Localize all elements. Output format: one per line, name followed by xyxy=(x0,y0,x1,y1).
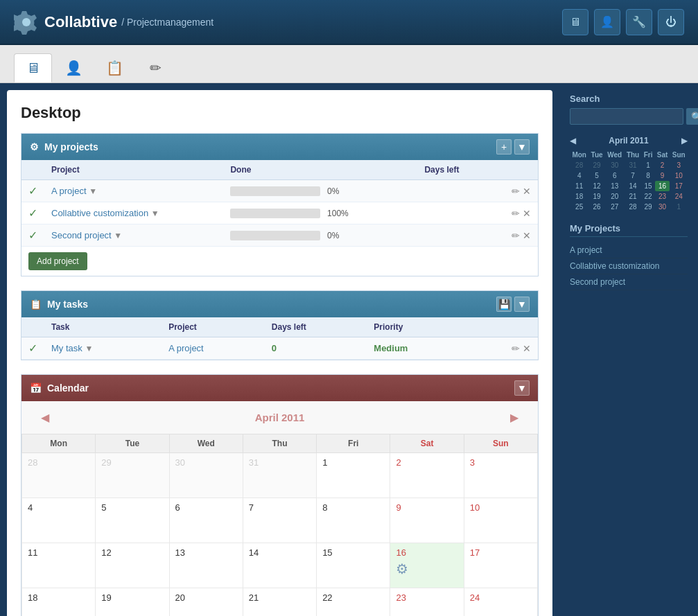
collapse-projects-btn[interactable]: ▼ xyxy=(514,139,530,155)
monitor-icon-btn[interactable]: 🖥 xyxy=(562,9,588,35)
sidebar-cal-day[interactable]: 10 xyxy=(670,170,688,181)
delete-icon[interactable]: ✕ xyxy=(523,208,531,219)
sidebar-cal-day[interactable]: 22 xyxy=(642,191,655,202)
cal-day-cell[interactable]: 9 xyxy=(390,498,464,543)
cal-day-cell[interactable]: 17 xyxy=(464,543,537,588)
delete-icon[interactable]: ✕ xyxy=(523,230,531,241)
sidebar-cal-day[interactable]: 16 xyxy=(655,181,670,191)
sidebar-cal-next[interactable]: ▶ xyxy=(681,136,688,146)
sidebar-cal-day[interactable]: 23 xyxy=(655,191,670,202)
project-link[interactable]: Collabtive customization xyxy=(51,208,148,218)
add-project-header-btn[interactable]: + xyxy=(496,139,512,155)
cal-day-cell[interactable]: 14 xyxy=(243,543,316,588)
sidebar-cal-day[interactable]: 17 xyxy=(670,181,688,191)
sidebar-cal-day[interactable]: 5 xyxy=(588,170,604,181)
sidebar-cal-day[interactable]: 15 xyxy=(642,181,655,191)
edit-icon[interactable]: ✏ xyxy=(512,230,520,241)
cal-day-cell[interactable]: 19 xyxy=(96,588,169,617)
cal-day-cell[interactable]: 30 xyxy=(169,453,243,498)
cal-day-cell[interactable]: 16⚙ xyxy=(390,543,464,588)
sidebar-cal-day[interactable]: 13 xyxy=(605,181,625,191)
task-link[interactable]: My task xyxy=(51,343,82,353)
tab-tasks[interactable]: 📋 xyxy=(96,53,134,82)
cal-day-cell[interactable]: 4 xyxy=(22,498,96,543)
cal-day-cell[interactable]: 20 xyxy=(169,588,243,617)
sidebar-cal-day[interactable]: 9 xyxy=(655,170,670,181)
project-link[interactable]: Second project xyxy=(51,230,112,240)
sidebar-cal-day[interactable]: 18 xyxy=(570,191,588,202)
task-delete-icon[interactable]: ✕ xyxy=(523,343,531,354)
search-button[interactable]: 🔍 xyxy=(686,108,698,125)
sidebar-cal-day[interactable]: 14 xyxy=(625,181,642,191)
collapse-calendar-btn[interactable]: ▼ xyxy=(514,380,530,396)
collapse-tasks-btn[interactable]: ▼ xyxy=(514,297,530,312)
tab-desktop[interactable]: 🖥 xyxy=(14,53,52,82)
cal-day-cell[interactable]: 3 xyxy=(464,453,537,498)
edit-icon[interactable]: ✏ xyxy=(512,186,520,197)
cal-day-cell[interactable]: 2 xyxy=(390,453,464,498)
sidebar-cal-day[interactable]: 24 xyxy=(670,191,688,202)
sidebar-cal-day[interactable]: 28 xyxy=(570,160,588,170)
sidebar-cal-day[interactable]: 3 xyxy=(670,160,688,170)
cal-day-cell[interactable]: 13 xyxy=(169,543,243,588)
sidebar-cal-day[interactable]: 20 xyxy=(605,191,625,202)
sidebar-cal-day[interactable]: 30 xyxy=(655,202,670,212)
sidebar-cal-day[interactable]: 25 xyxy=(570,202,588,212)
sidebar-cal-day[interactable]: 11 xyxy=(570,181,588,191)
sidebar-cal-day[interactable]: 2 xyxy=(655,160,670,170)
sidebar-cal-day[interactable]: 28 xyxy=(625,202,642,212)
save-tasks-btn[interactable]: 💾 xyxy=(496,297,512,312)
cal-day-cell[interactable]: 15 xyxy=(317,543,390,588)
cal-day-cell[interactable]: 6 xyxy=(169,498,243,543)
tab-edit[interactable]: ✏ xyxy=(137,53,175,82)
cal-day-cell[interactable]: 10 xyxy=(464,498,537,543)
sidebar-cal-day[interactable]: 31 xyxy=(625,160,642,170)
sidebar-cal-day[interactable]: 6 xyxy=(605,170,625,181)
cal-day-cell[interactable]: 28 xyxy=(22,453,96,498)
cal-next-btn[interactable]: ▶ xyxy=(505,408,524,427)
sidebar-project-item[interactable]: A project xyxy=(570,243,688,258)
project-link[interactable]: A project xyxy=(51,186,87,196)
tab-users[interactable]: 👤 xyxy=(55,53,93,82)
cal-day-cell[interactable]: 8 xyxy=(317,498,390,543)
delete-icon[interactable]: ✕ xyxy=(523,186,531,197)
sidebar-cal-day[interactable]: 30 xyxy=(605,160,625,170)
sidebar-cal-day[interactable]: 1 xyxy=(642,160,655,170)
cal-day-cell[interactable]: 31 xyxy=(243,453,316,498)
sidebar-project-item[interactable]: Second project xyxy=(570,274,688,290)
cal-day-cell[interactable]: 18 xyxy=(22,588,96,617)
wrench-icon-btn[interactable]: 🔧 xyxy=(626,9,652,35)
cal-day-cell[interactable]: 1 xyxy=(317,453,390,498)
sidebar-cal-day[interactable]: 27 xyxy=(605,202,625,212)
cal-day-cell[interactable]: 22 xyxy=(317,588,390,617)
sidebar-cal-day[interactable]: 19 xyxy=(588,191,604,202)
cal-prev-btn[interactable]: ◀ xyxy=(35,408,55,427)
sidebar-cal-day[interactable]: 4 xyxy=(570,170,588,181)
sidebar-cal-prev[interactable]: ◀ xyxy=(570,136,576,146)
cal-day-cell[interactable]: 11 xyxy=(22,543,96,588)
sidebar-project-item[interactable]: Collabtive customization xyxy=(570,258,688,274)
search-input[interactable] xyxy=(570,108,683,125)
cal-day-cell[interactable]: 21 xyxy=(243,588,316,617)
sidebar-cal-day[interactable]: 1 xyxy=(670,202,688,212)
task-dropdown-arrow-icon[interactable]: ▼ xyxy=(85,344,93,353)
cal-day-cell[interactable]: 7 xyxy=(243,498,316,543)
cal-day-cell[interactable]: 5 xyxy=(96,498,169,543)
sidebar-cal-day[interactable]: 29 xyxy=(588,160,604,170)
edit-icon[interactable]: ✏ xyxy=(512,208,520,219)
cal-day-cell[interactable]: 24 xyxy=(464,588,537,617)
task-edit-icon[interactable]: ✏ xyxy=(512,343,520,354)
dropdown-arrow-icon[interactable]: ▼ xyxy=(89,186,97,196)
user-icon-btn[interactable]: 👤 xyxy=(594,9,620,35)
sidebar-cal-day[interactable]: 29 xyxy=(642,202,655,212)
sidebar-cal-day[interactable]: 12 xyxy=(588,181,604,191)
sidebar-cal-day[interactable]: 8 xyxy=(642,170,655,181)
cal-day-cell[interactable]: 12 xyxy=(96,543,169,588)
task-project-link[interactable]: A project xyxy=(168,343,204,353)
cal-day-cell[interactable]: 23 xyxy=(390,588,464,617)
add-project-button[interactable]: Add project xyxy=(28,252,87,270)
sidebar-cal-day[interactable]: 26 xyxy=(588,202,604,212)
cal-day-cell[interactable]: 29 xyxy=(96,453,169,498)
dropdown-arrow-icon[interactable]: ▼ xyxy=(151,209,159,218)
sidebar-cal-day[interactable]: 21 xyxy=(625,191,642,202)
